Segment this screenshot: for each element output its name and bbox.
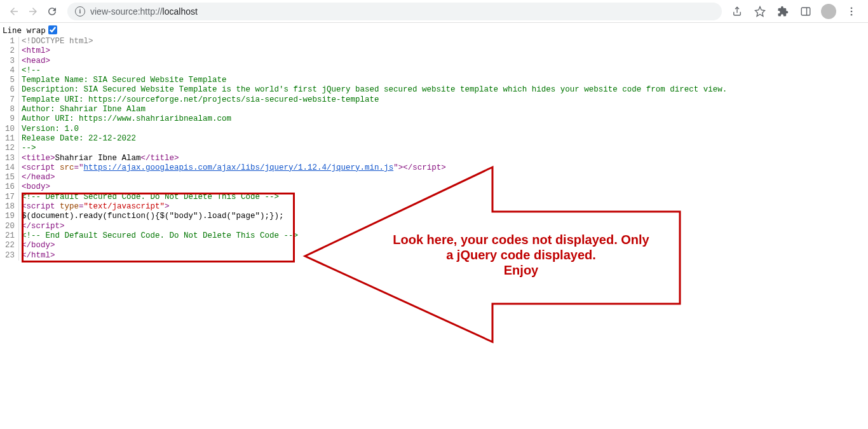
line-wrap-bar: Line wrap — [0, 23, 868, 37]
toolbar-right — [728, 3, 863, 20]
source-line: 19$(document).ready(function(){$("body")… — [0, 212, 868, 221]
reload-button[interactable] — [43, 3, 61, 20]
line-number: 7 — [0, 95, 19, 105]
line-code: </head> — [19, 173, 55, 182]
line-number: 14 — [0, 163, 19, 173]
line-code: Description: SIA Secured Website Templat… — [19, 85, 727, 95]
line-code: <head> — [19, 57, 50, 66]
line-number: 16 — [0, 182, 19, 192]
source-line: 8Author: Shahriar Ibne Alam — [0, 105, 868, 114]
extensions-button[interactable] — [774, 3, 792, 20]
line-code: <body> — [19, 182, 50, 192]
line-number: 11 — [0, 134, 19, 144]
line-code: Author URI: https://www.shahriaribnealam… — [19, 114, 231, 124]
line-code: Version: 1.0 — [19, 125, 79, 134]
source-line: 15</head> — [0, 173, 868, 182]
source-line: 9Author URI: https://www.shahriaribneala… — [0, 114, 868, 124]
source-line: 16<body> — [0, 182, 868, 192]
source-line: 14<script src="https://ajax.googleapis.c… — [0, 163, 868, 173]
arrow-left-icon — [8, 6, 20, 17]
share-button[interactable] — [728, 3, 746, 20]
line-code: Author: Shahriar Ibne Alam — [19, 105, 146, 114]
line-number: 2 — [0, 46, 19, 56]
source-line: 3<head> — [0, 57, 868, 66]
line-code: $(document).ready(function(){$("body").l… — [19, 212, 284, 221]
line-code: <!DOCTYPE html> — [19, 37, 93, 46]
line-code: <script type="text/javascript"> — [19, 202, 170, 212]
source-line: 12--> — [0, 144, 868, 153]
line-number: 5 — [0, 76, 19, 85]
line-wrap-checkbox[interactable] — [48, 25, 57, 34]
line-number: 22 — [0, 241, 19, 250]
source-line: 10Version: 1.0 — [0, 125, 868, 134]
line-code: <!-- Default Secured Code. Do Not Delete… — [19, 193, 279, 202]
line-code: </script> — [19, 222, 65, 231]
callout-line-1: Look here, your codes not displayed. Onl… — [369, 232, 674, 247]
line-code: Template URI: https://sourceforge.net/pr… — [19, 95, 379, 105]
line-code: <html> — [19, 46, 50, 56]
source-line: 18<script type="text/javascript"> — [0, 202, 868, 212]
line-code: <!-- End Default Secured Code. Do Not De… — [19, 231, 298, 241]
puzzle-icon — [777, 6, 789, 17]
source-line: 6Description: SIA Secured Website Templa… — [0, 85, 868, 95]
line-code: <title>Shahriar Ibne Alam</title> — [19, 154, 179, 163]
avatar-icon — [821, 4, 836, 19]
line-number: 9 — [0, 114, 19, 124]
svg-point-2 — [851, 7, 853, 9]
callout-line-2: a jQuery code displayed. — [369, 247, 674, 262]
line-number: 8 — [0, 105, 19, 114]
source-line: 17<!-- Default Secured Code. Do Not Dele… — [0, 193, 868, 202]
forward-button[interactable] — [24, 3, 42, 20]
menu-button[interactable] — [843, 3, 860, 20]
address-bar[interactable]: i view-source:http://localhost — [67, 3, 722, 20]
line-code: Template Name: SIA Secured Website Templ… — [19, 76, 227, 85]
svg-point-4 — [851, 13, 853, 15]
line-number: 21 — [0, 231, 19, 241]
line-number: 23 — [0, 251, 19, 261]
site-info-icon[interactable]: i — [75, 6, 85, 17]
line-code: </body> — [19, 241, 55, 250]
line-number: 18 — [0, 202, 19, 212]
panel-icon — [800, 6, 811, 17]
browser-toolbar: i view-source:http://localhost — [0, 0, 868, 23]
line-code: --> — [19, 144, 36, 153]
line-number: 4 — [0, 66, 19, 76]
kebab-icon — [846, 6, 857, 17]
source-view: 1<!DOCTYPE html>2<html>3<head>4<!--5Temp… — [0, 37, 868, 261]
sidepanel-button[interactable] — [797, 3, 815, 20]
source-line: 7Template URI: https://sourceforge.net/p… — [0, 95, 868, 105]
line-code: Release Date: 22-12-2022 — [19, 134, 136, 144]
line-number: 3 — [0, 57, 19, 66]
url-text: view-source:http://localhost — [90, 6, 198, 17]
source-line: 11Release Date: 22-12-2022 — [0, 134, 868, 144]
source-line: 13<title>Shahriar Ibne Alam</title> — [0, 154, 868, 163]
line-number: 1 — [0, 37, 19, 46]
line-number: 12 — [0, 144, 19, 153]
line-code: </html> — [19, 251, 55, 261]
arrow-right-icon — [27, 6, 39, 17]
svg-rect-0 — [801, 8, 810, 15]
source-line: 1<!DOCTYPE html> — [0, 37, 868, 46]
back-button[interactable] — [5, 3, 23, 20]
line-code: <!-- — [19, 66, 41, 76]
profile-button[interactable] — [820, 3, 837, 20]
line-number: 17 — [0, 193, 19, 202]
annotation-callout-text: Look here, your codes not displayed. Onl… — [369, 232, 674, 278]
line-number: 6 — [0, 85, 19, 95]
share-icon — [731, 6, 743, 17]
line-code: <script src="https://ajax.googleapis.com… — [19, 163, 446, 173]
svg-point-3 — [851, 10, 853, 12]
source-line: 5Template Name: SIA Secured Website Temp… — [0, 76, 868, 85]
line-number: 10 — [0, 125, 19, 134]
line-wrap-label: Line wrap — [3, 25, 46, 35]
line-number: 15 — [0, 173, 19, 182]
star-icon — [754, 6, 766, 17]
line-number: 19 — [0, 212, 19, 221]
source-line: 20</script> — [0, 222, 868, 231]
line-number: 13 — [0, 154, 19, 163]
reload-icon — [46, 6, 58, 17]
source-line: 4<!-- — [0, 66, 868, 76]
line-number: 20 — [0, 222, 19, 231]
bookmark-button[interactable] — [751, 3, 769, 20]
source-line: 2<html> — [0, 46, 868, 56]
